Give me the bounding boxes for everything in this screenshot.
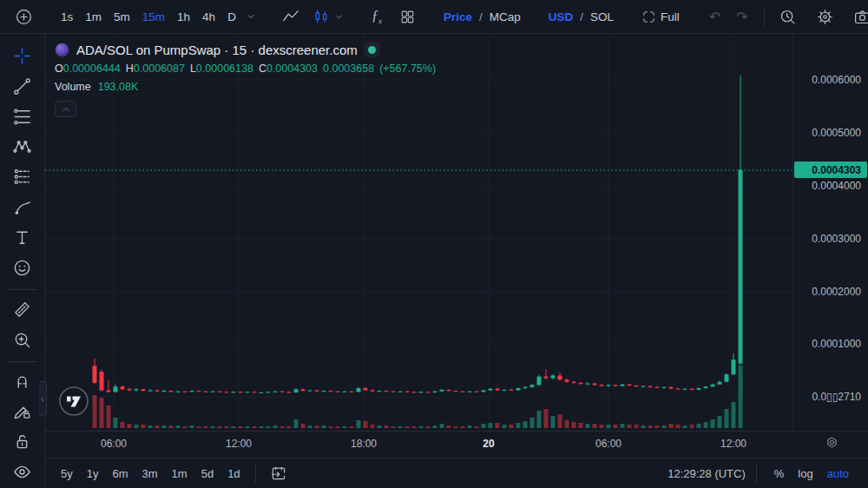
price-option[interactable]: Price xyxy=(444,10,472,23)
timeframe-1h[interactable]: 1h xyxy=(171,7,196,27)
range-1m[interactable]: 1m xyxy=(165,464,194,484)
tool-zoom-in[interactable] xyxy=(6,326,39,354)
range-1y[interactable]: 1y xyxy=(80,464,106,484)
tool-magnet[interactable] xyxy=(6,367,39,396)
percent-scale-button[interactable]: % xyxy=(767,464,792,484)
divider xyxy=(255,464,256,483)
timeframe-1m[interactable]: 1m xyxy=(79,7,108,27)
ohlc-row: O0.00006444 H0.0006087 L0.00006138 C0.00… xyxy=(55,63,436,75)
gear-icon xyxy=(816,8,834,26)
undo-icon: ↶ xyxy=(709,9,720,25)
fx-icon: ƒx xyxy=(372,8,382,25)
tool-forecast[interactable] xyxy=(6,162,39,191)
low-value: 0.00006138 xyxy=(196,63,253,75)
clock-utc[interactable]: 12:29:28 (UTC) xyxy=(667,467,746,480)
range-6m[interactable]: 6m xyxy=(105,464,135,484)
tool-ruler[interactable] xyxy=(6,295,39,324)
time-tick-label: 12:00 xyxy=(226,438,252,450)
usd-option[interactable]: USD xyxy=(549,10,574,23)
screenshot-button[interactable] xyxy=(847,4,868,30)
sidebar-collapse-handle[interactable]: ‹ xyxy=(39,381,47,416)
timeframe-4h[interactable]: 4h xyxy=(196,7,221,27)
tool-xabcd-pattern[interactable] xyxy=(6,133,39,162)
mcap-option[interactable]: MCap xyxy=(490,10,521,23)
tool-drawing-lock[interactable] xyxy=(6,397,39,425)
price-tick-label: 0.0006000 xyxy=(812,74,861,86)
camera-icon xyxy=(853,8,868,26)
token-logo xyxy=(55,43,69,57)
fullscreen-brackets-icon xyxy=(641,10,656,24)
tool-trend-line[interactable] xyxy=(6,72,39,101)
range-5d[interactable]: 5d xyxy=(194,464,220,484)
plus-circle-icon xyxy=(15,8,33,26)
line-chart-icon xyxy=(281,7,300,26)
chart-title[interactable]: ADA/SOL on PumpSwap · 15 · dexscreener.c… xyxy=(76,43,358,57)
undo-button[interactable]: ↶ xyxy=(701,5,728,29)
price-tick-label: 0.0004000 xyxy=(812,180,861,192)
tool-hide-drawings[interactable] xyxy=(6,458,39,486)
tool-crosshair[interactable] xyxy=(6,42,39,70)
time-tick-label: 20 xyxy=(483,438,494,450)
volume-value: 193.08K xyxy=(98,81,139,93)
price-tick-label: 0.0005000 xyxy=(812,127,861,139)
chevron-down-icon xyxy=(334,12,344,22)
range-1d[interactable]: 1d xyxy=(220,464,247,484)
settings-button[interactable] xyxy=(810,4,840,30)
tool-fib-lines[interactable] xyxy=(6,102,39,131)
bottom-toolbar: 5y 1y 6m 3m 1m 5d 1d 12:29:28 (UTC) % lo… xyxy=(45,458,868,488)
fullscreen-label: Full xyxy=(661,10,680,23)
chart-legend: ADA/SOL on PumpSwap · 15 · dexscreener.c… xyxy=(55,40,436,117)
indicators-button[interactable]: ƒx xyxy=(365,4,388,29)
line-chart-style-button[interactable] xyxy=(275,3,306,30)
divider xyxy=(756,464,757,483)
low-label: L xyxy=(190,63,196,75)
axis-settings-button[interactable] xyxy=(825,435,839,450)
tool-emoji[interactable] xyxy=(6,254,39,282)
chevron-down-icon xyxy=(246,11,256,22)
crosshair-icon xyxy=(12,46,32,66)
timeframe-1s[interactable]: 1s xyxy=(55,7,79,27)
auto-scale-button[interactable]: auto xyxy=(820,464,856,484)
hide-drawings-icon xyxy=(12,462,32,482)
range-5y[interactable]: 5y xyxy=(54,464,80,484)
status-dot-icon xyxy=(368,46,376,54)
range-3m[interactable]: 3m xyxy=(135,464,165,484)
redo-button[interactable]: ↷ xyxy=(728,5,755,29)
tool-text[interactable] xyxy=(6,223,39,252)
fullscreen-button[interactable]: Full xyxy=(635,6,686,28)
brush-icon xyxy=(12,197,32,217)
open-label: O xyxy=(55,63,63,75)
history-search-icon xyxy=(779,8,797,26)
price-tick-label: 0.0▯▯2710 xyxy=(812,391,861,403)
ruler-icon xyxy=(12,300,32,320)
close-value: 0.0004303 xyxy=(266,63,318,75)
price-axis[interactable]: 0.00060000.00050000.00040000.00030000.00… xyxy=(792,34,868,431)
tool-brush[interactable] xyxy=(6,193,39,221)
layout-button[interactable] xyxy=(393,5,422,29)
usd-sol-toggle[interactable]: USD / SOL xyxy=(542,7,620,27)
high-label: H xyxy=(126,63,134,75)
goto-date-button[interactable] xyxy=(264,461,293,485)
change-value: 0.0003658 xyxy=(323,63,374,75)
time-tick-label: 06:00 xyxy=(595,438,621,450)
forecast-icon xyxy=(12,167,32,187)
timeframe-1d[interactable]: D xyxy=(221,7,242,27)
status-pill xyxy=(365,42,380,57)
legend-collapse-button[interactable] xyxy=(55,101,76,117)
price-mcap-toggle[interactable]: Price / MCap xyxy=(437,7,527,27)
log-scale-button[interactable]: log xyxy=(791,464,819,484)
tool-lock-all[interactable] xyxy=(6,427,39,456)
price-tick-label: 0.0001000 xyxy=(812,338,861,350)
add-symbol-button[interactable] xyxy=(9,4,39,30)
price-tick-label: 0.0003000 xyxy=(812,233,861,245)
timeframe-15m[interactable]: 15m xyxy=(136,7,171,27)
load-history-button[interactable] xyxy=(773,4,803,30)
timeframe-5m[interactable]: 5m xyxy=(108,7,136,27)
divider xyxy=(8,289,37,290)
volume-label: Volume xyxy=(55,81,91,93)
price-tick-label: 0.0002000 xyxy=(812,286,861,298)
sol-option[interactable]: SOL xyxy=(590,10,614,23)
candle-chart-style-button[interactable] xyxy=(306,4,350,29)
timeframe-menu-button[interactable] xyxy=(242,11,260,22)
time-axis[interactable]: 06:0012:0018:002006:0012:00 xyxy=(45,431,868,458)
